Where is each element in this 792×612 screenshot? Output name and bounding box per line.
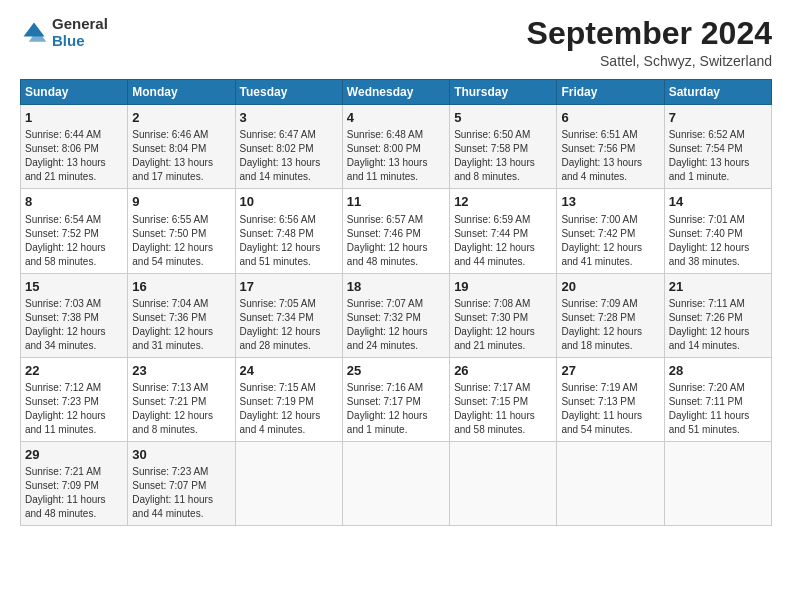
day-number: 27 — [561, 362, 659, 380]
day-info-line: Sunset: 7:07 PM — [132, 479, 230, 493]
calendar-cell: 23Sunrise: 7:13 AMSunset: 7:21 PMDayligh… — [128, 357, 235, 441]
day-number: 14 — [669, 193, 767, 211]
day-number: 5 — [454, 109, 552, 127]
calendar-cell: 7Sunrise: 6:52 AMSunset: 7:54 PMDaylight… — [664, 105, 771, 189]
day-info-line: Daylight: 12 hours — [132, 325, 230, 339]
day-info-line: Sunrise: 6:54 AM — [25, 213, 123, 227]
day-info-line: Daylight: 13 hours — [454, 156, 552, 170]
day-info-line: Sunset: 8:02 PM — [240, 142, 338, 156]
calendar-week-row: 1Sunrise: 6:44 AMSunset: 8:06 PMDaylight… — [21, 105, 772, 189]
calendar-cell: 19Sunrise: 7:08 AMSunset: 7:30 PMDayligh… — [450, 273, 557, 357]
day-info-line: and 31 minutes. — [132, 339, 230, 353]
calendar-cell: 18Sunrise: 7:07 AMSunset: 7:32 PMDayligh… — [342, 273, 449, 357]
day-info-line: and 8 minutes. — [132, 423, 230, 437]
calendar-cell: 2Sunrise: 6:46 AMSunset: 8:04 PMDaylight… — [128, 105, 235, 189]
day-info-line: Sunset: 7:28 PM — [561, 311, 659, 325]
day-info-line: Sunrise: 7:15 AM — [240, 381, 338, 395]
calendar-cell: 20Sunrise: 7:09 AMSunset: 7:28 PMDayligh… — [557, 273, 664, 357]
day-number: 9 — [132, 193, 230, 211]
day-info-line: Daylight: 12 hours — [240, 241, 338, 255]
day-info-line: Sunset: 7:48 PM — [240, 227, 338, 241]
day-info-line: Daylight: 12 hours — [454, 241, 552, 255]
day-info-line: and 58 minutes. — [454, 423, 552, 437]
day-info-line: Daylight: 13 hours — [561, 156, 659, 170]
day-number: 12 — [454, 193, 552, 211]
day-info-line: Sunrise: 7:03 AM — [25, 297, 123, 311]
day-info-line: and 8 minutes. — [454, 170, 552, 184]
calendar-cell — [450, 441, 557, 525]
day-info-line: Sunset: 7:44 PM — [454, 227, 552, 241]
day-info-line: and 51 minutes. — [669, 423, 767, 437]
calendar-cell: 10Sunrise: 6:56 AMSunset: 7:48 PMDayligh… — [235, 189, 342, 273]
calendar-cell: 1Sunrise: 6:44 AMSunset: 8:06 PMDaylight… — [21, 105, 128, 189]
day-info-line: Sunrise: 7:12 AM — [25, 381, 123, 395]
page: General Blue September 2024 Sattel, Schw… — [0, 0, 792, 612]
day-info-line: Sunset: 7:56 PM — [561, 142, 659, 156]
calendar-cell — [342, 441, 449, 525]
day-info-line: Daylight: 11 hours — [669, 409, 767, 423]
month-title: September 2024 — [527, 16, 772, 51]
day-number: 22 — [25, 362, 123, 380]
day-info-line: Sunset: 7:23 PM — [25, 395, 123, 409]
day-info-line: and 48 minutes. — [347, 255, 445, 269]
day-info-line: and 11 minutes. — [25, 423, 123, 437]
day-number: 15 — [25, 278, 123, 296]
day-info-line: Sunset: 7:38 PM — [25, 311, 123, 325]
day-number: 21 — [669, 278, 767, 296]
day-info-line: Sunset: 8:06 PM — [25, 142, 123, 156]
day-info-line: Sunset: 7:46 PM — [347, 227, 445, 241]
day-info-line: Sunrise: 7:13 AM — [132, 381, 230, 395]
day-info-line: Daylight: 12 hours — [240, 409, 338, 423]
day-info-line: and 54 minutes. — [132, 255, 230, 269]
day-info-line: Sunset: 7:19 PM — [240, 395, 338, 409]
day-info-line: Sunset: 7:50 PM — [132, 227, 230, 241]
column-header-sunday: Sunday — [21, 80, 128, 105]
column-header-friday: Friday — [557, 80, 664, 105]
calendar-week-row: 29Sunrise: 7:21 AMSunset: 7:09 PMDayligh… — [21, 441, 772, 525]
day-info-line: Sunset: 8:04 PM — [132, 142, 230, 156]
day-info-line: Daylight: 11 hours — [454, 409, 552, 423]
day-info-line: Daylight: 12 hours — [25, 409, 123, 423]
day-info-line: Sunrise: 6:46 AM — [132, 128, 230, 142]
title-block: September 2024 Sattel, Schwyz, Switzerla… — [527, 16, 772, 69]
calendar-cell: 25Sunrise: 7:16 AMSunset: 7:17 PMDayligh… — [342, 357, 449, 441]
day-info-line: Sunrise: 7:17 AM — [454, 381, 552, 395]
day-info-line: and 14 minutes. — [669, 339, 767, 353]
day-info-line: Sunset: 7:21 PM — [132, 395, 230, 409]
calendar-cell — [235, 441, 342, 525]
logo-icon — [20, 19, 48, 47]
day-number: 8 — [25, 193, 123, 211]
day-info-line: Sunset: 7:52 PM — [25, 227, 123, 241]
day-info-line: Daylight: 13 hours — [25, 156, 123, 170]
day-info-line: Daylight: 12 hours — [669, 241, 767, 255]
day-info-line: Sunrise: 6:50 AM — [454, 128, 552, 142]
day-info-line: Sunrise: 7:11 AM — [669, 297, 767, 311]
day-number: 17 — [240, 278, 338, 296]
day-info-line: Sunrise: 7:04 AM — [132, 297, 230, 311]
day-number: 13 — [561, 193, 659, 211]
day-number: 30 — [132, 446, 230, 464]
calendar-cell — [557, 441, 664, 525]
calendar-cell: 24Sunrise: 7:15 AMSunset: 7:19 PMDayligh… — [235, 357, 342, 441]
day-number: 10 — [240, 193, 338, 211]
day-info-line: Sunrise: 7:09 AM — [561, 297, 659, 311]
day-info-line: Daylight: 12 hours — [132, 241, 230, 255]
day-info-line: Daylight: 11 hours — [25, 493, 123, 507]
column-header-thursday: Thursday — [450, 80, 557, 105]
day-number: 7 — [669, 109, 767, 127]
logo-text: General Blue — [52, 16, 108, 49]
header-row: SundayMondayTuesdayWednesdayThursdayFrid… — [21, 80, 772, 105]
day-info-line: Sunset: 7:15 PM — [454, 395, 552, 409]
day-info-line: Sunrise: 7:16 AM — [347, 381, 445, 395]
day-info-line: Daylight: 13 hours — [347, 156, 445, 170]
day-info-line: Sunrise: 7:07 AM — [347, 297, 445, 311]
day-info-line: and 34 minutes. — [25, 339, 123, 353]
day-number: 28 — [669, 362, 767, 380]
day-info-line: and 41 minutes. — [561, 255, 659, 269]
calendar-cell: 3Sunrise: 6:47 AMSunset: 8:02 PMDaylight… — [235, 105, 342, 189]
day-number: 18 — [347, 278, 445, 296]
calendar-week-row: 15Sunrise: 7:03 AMSunset: 7:38 PMDayligh… — [21, 273, 772, 357]
day-info-line: Daylight: 12 hours — [25, 241, 123, 255]
day-number: 29 — [25, 446, 123, 464]
day-info-line: Sunset: 7:40 PM — [669, 227, 767, 241]
